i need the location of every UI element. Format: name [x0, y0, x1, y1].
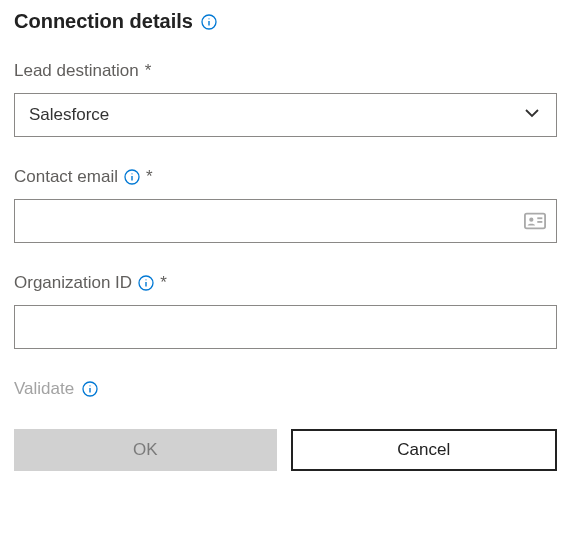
dialog-buttons: OK Cancel: [14, 429, 557, 471]
lead-destination-value: Salesforce: [29, 105, 109, 125]
info-icon[interactable]: [138, 275, 154, 291]
contact-email-input-wrapper: [14, 199, 557, 243]
required-indicator: *: [145, 61, 152, 81]
ok-button-label: OK: [133, 440, 158, 460]
lead-destination-label: Lead destination *: [14, 61, 557, 81]
ok-button[interactable]: OK: [14, 429, 277, 471]
lead-destination-dropdown[interactable]: Salesforce: [14, 93, 557, 137]
validate-link[interactable]: Validate: [14, 379, 557, 399]
organization-id-label: Organization ID *: [14, 273, 557, 293]
info-icon[interactable]: [82, 381, 98, 397]
contact-email-input[interactable]: [25, 200, 524, 242]
validate-label: Validate: [14, 379, 74, 399]
lead-destination-label-text: Lead destination: [14, 61, 139, 81]
svg-point-14: [90, 385, 91, 386]
contact-email-label: Contact email *: [14, 167, 557, 187]
dialog-header: Connection details: [14, 10, 557, 33]
organization-id-field: Organization ID *: [14, 273, 557, 349]
cancel-button-label: Cancel: [397, 440, 450, 460]
required-indicator: *: [160, 273, 167, 293]
svg-point-7: [529, 218, 533, 222]
lead-destination-field: Lead destination * Salesforce: [14, 61, 557, 137]
svg-point-4: [131, 173, 132, 174]
organization-id-label-text: Organization ID: [14, 273, 132, 293]
info-icon[interactable]: [201, 14, 217, 30]
chevron-down-icon: [522, 103, 542, 127]
organization-id-input[interactable]: [25, 306, 546, 348]
contact-email-field: Contact email *: [14, 167, 557, 243]
dialog-title: Connection details: [14, 10, 193, 33]
required-indicator: *: [146, 167, 153, 187]
svg-point-1: [208, 18, 209, 19]
info-icon[interactable]: [124, 169, 140, 185]
contact-card-icon[interactable]: [524, 211, 546, 231]
contact-email-label-text: Contact email: [14, 167, 118, 187]
organization-id-input-wrapper: [14, 305, 557, 349]
cancel-button[interactable]: Cancel: [291, 429, 558, 471]
svg-point-11: [146, 279, 147, 280]
